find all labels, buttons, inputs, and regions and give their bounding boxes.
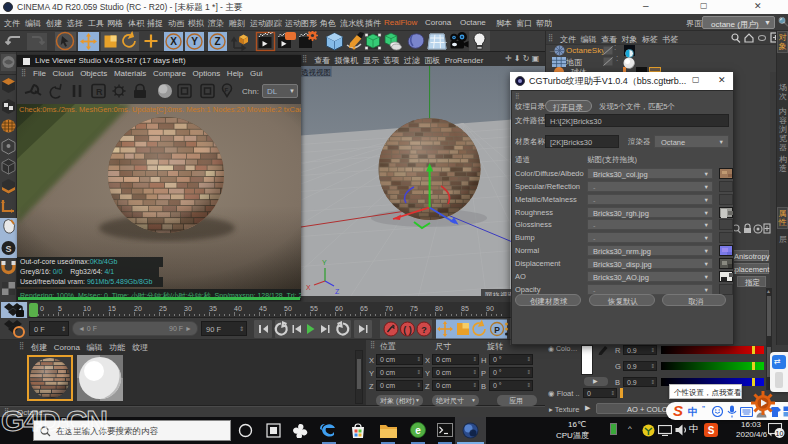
svg-text:S: S (5, 244, 11, 254)
svg-text:S: S (673, 403, 683, 419)
svg-text:X: X (306, 284, 311, 291)
svg-text:P: P (494, 325, 500, 335)
svg-text:透视视图: 透视视图 (301, 68, 331, 77)
svg-text:Z: Z (214, 36, 220, 47)
svg-text:e: e (415, 425, 421, 436)
svg-text:F: F (225, 87, 229, 93)
svg-text:( ): ( ) (403, 325, 412, 335)
svg-text:S: S (708, 425, 715, 436)
svg-text:R: R (96, 87, 103, 97)
svg-text:10: 10 (776, 430, 784, 437)
svg-text:?: ? (421, 325, 427, 335)
svg-text:Y: Y (191, 36, 198, 47)
svg-text:X: X (170, 36, 177, 47)
svg-text:Y: Y (322, 259, 327, 266)
svg-text:Z: Z (335, 288, 340, 295)
